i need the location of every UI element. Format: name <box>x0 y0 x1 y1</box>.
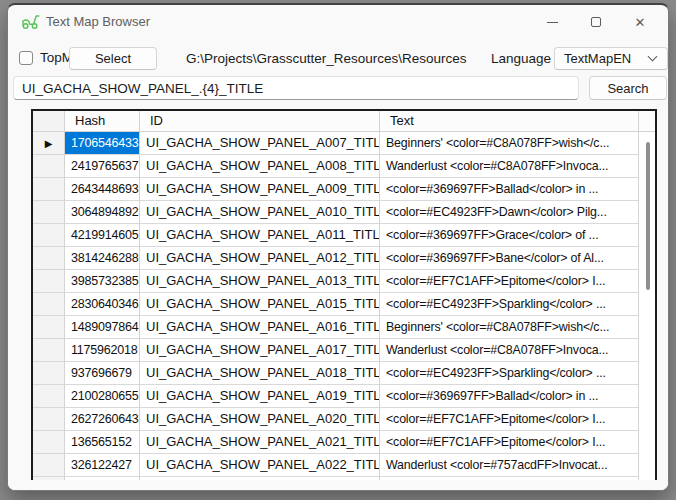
row-selector-cell[interactable] <box>33 362 65 385</box>
text-cell[interactable]: <color=#369697FF>Grace</color> of ... <box>380 224 639 247</box>
id-cell[interactable]: UI_GACHA_SHOW_PANEL_A013_TITLE <box>140 270 380 293</box>
id-cell[interactable]: UI_GACHA_SHOW_PANEL_A021_TITLE <box>140 431 380 454</box>
row-selector-cell[interactable]: ▶ <box>33 132 65 155</box>
row-selector-cell[interactable] <box>33 454 65 477</box>
hash-cell[interactable]: 3985732385 <box>65 270 140 293</box>
window-footer <box>8 480 668 490</box>
app-window: Text Map Browser ✕ TopMost Select G:\Pro… <box>7 3 669 491</box>
table-row[interactable]: 136565152 UI_GACHA_SHOW_PANEL_A021_TITLE… <box>33 431 655 454</box>
column-header-id[interactable]: ID <box>140 111 380 132</box>
table-corner-cell[interactable] <box>33 111 65 132</box>
column-header-hash[interactable]: Hash <box>65 111 140 132</box>
row-selector-cell[interactable] <box>33 408 65 431</box>
id-cell[interactable]: UI_GACHA_SHOW_PANEL_A019_TITLE <box>140 385 380 408</box>
text-cell[interactable]: <color=#EC4923FF>Sparkling</color> ... <box>380 362 639 385</box>
row-selector-cell[interactable] <box>33 385 65 408</box>
table-header-row: Hash ID Text <box>33 111 655 132</box>
hash-cell[interactable]: 2627260643 <box>65 408 140 431</box>
row-selector-cell[interactable] <box>33 178 65 201</box>
text-cell[interactable]: Wanderlust <color=#C8A078FF>Invoca... <box>380 339 639 362</box>
search-row: Search <box>8 76 668 102</box>
select-button[interactable]: Select <box>69 47 157 70</box>
table-row[interactable]: 1489097864 UI_GACHA_SHOW_PANEL_A016_TITL… <box>33 316 655 339</box>
text-cell[interactable]: <color=#EC4923FF>Sparkling</color> ... <box>380 293 639 316</box>
id-cell[interactable]: UI_GACHA_SHOW_PANEL_A015_TITLE <box>140 293 380 316</box>
hash-cell[interactable]: 2419765637 <box>65 155 140 178</box>
table-row[interactable]: 1175962018 UI_GACHA_SHOW_PANEL_A017_TITL… <box>33 339 655 362</box>
table-row[interactable]: 2419765637 UI_GACHA_SHOW_PANEL_A008_TITL… <box>33 155 655 178</box>
close-button[interactable]: ✕ <box>618 5 662 39</box>
table-row[interactable]: 937696679 UI_GACHA_SHOW_PANEL_A018_TITLE… <box>33 362 655 385</box>
hash-cell[interactable]: 326122427 <box>65 454 140 477</box>
text-cell[interactable]: <color=#369697FF>Ballad</color> in ... <box>380 178 639 201</box>
hash-cell[interactable]: 4219914605 <box>65 224 140 247</box>
hash-cell[interactable]: 1489097864 <box>65 316 140 339</box>
maximize-button[interactable] <box>574 5 618 39</box>
hash-cell[interactable]: 2643448693 <box>65 178 140 201</box>
row-selector-cell[interactable] <box>33 155 65 178</box>
text-cell[interactable]: Beginners' <color=#C8A078FF>wish</c... <box>380 132 639 155</box>
language-label: Language <box>491 51 551 66</box>
table-row[interactable]: 3985732385 UI_GACHA_SHOW_PANEL_A013_TITL… <box>33 270 655 293</box>
id-cell[interactable]: UI_GACHA_SHOW_PANEL_A008_TITLE <box>140 155 380 178</box>
id-cell[interactable]: UI_GACHA_SHOW_PANEL_A011_TITLE <box>140 224 380 247</box>
table-row[interactable]: 4219914605 UI_GACHA_SHOW_PANEL_A011_TITL… <box>33 224 655 247</box>
language-select[interactable]: TextMapEN <box>554 47 668 70</box>
table-row[interactable]: 2100280655 UI_GACHA_SHOW_PANEL_A019_TITL… <box>33 385 655 408</box>
row-selector-cell[interactable] <box>33 316 65 339</box>
hash-cell[interactable]: 1706546433 <box>65 132 140 155</box>
id-cell[interactable]: UI_GACHA_SHOW_PANEL_A007_TITLE <box>140 132 380 155</box>
id-cell[interactable]: UI_GACHA_SHOW_PANEL_A017_TITLE <box>140 339 380 362</box>
header-filler <box>639 111 655 132</box>
id-cell[interactable]: UI_GACHA_SHOW_PANEL_A020_TITLE <box>140 408 380 431</box>
hash-cell[interactable]: 937696679 <box>65 362 140 385</box>
table-row[interactable]: 3814246288 UI_GACHA_SHOW_PANEL_A012_TITL… <box>33 247 655 270</box>
search-button[interactable]: Search <box>589 76 667 100</box>
id-cell[interactable]: UI_GACHA_SHOW_PANEL_A009_TITLE <box>140 178 380 201</box>
hash-cell[interactable]: 3064894892 <box>65 201 140 224</box>
row-selector-cell[interactable] <box>33 270 65 293</box>
id-cell[interactable]: UI_GACHA_SHOW_PANEL_A018_TITLE <box>140 362 380 385</box>
column-header-text[interactable]: Text <box>380 111 639 132</box>
text-cell[interactable]: <color=#EC4923FF>Dawn</color> Pilg... <box>380 201 639 224</box>
text-cell[interactable]: Wanderlust <color=#757acdFF>Invocat... <box>380 454 639 477</box>
text-cell[interactable]: <color=#369697FF>Bane</color> of Al... <box>380 247 639 270</box>
search-input[interactable] <box>13 76 579 100</box>
row-selector-cell[interactable] <box>33 201 65 224</box>
hash-cell[interactable]: 2830640346 <box>65 293 140 316</box>
table-row[interactable]: 326122427 UI_GACHA_SHOW_PANEL_A022_TITLE… <box>33 454 655 477</box>
table-row[interactable]: 2627260643 UI_GACHA_SHOW_PANEL_A020_TITL… <box>33 408 655 431</box>
table-row[interactable]: ▶ 1706546433 UI_GACHA_SHOW_PANEL_A007_TI… <box>33 132 655 155</box>
text-cell[interactable]: <color=#369697FF>Ballad</color> in ... <box>380 385 639 408</box>
hash-cell[interactable]: 1175962018 <box>65 339 140 362</box>
table-row[interactable]: 3064894892 UI_GACHA_SHOW_PANEL_A010_TITL… <box>33 201 655 224</box>
resources-path: G:\Projects\Grasscutter_Resources\Resour… <box>186 51 467 66</box>
topmost-checkbox[interactable] <box>19 51 33 65</box>
title-bar: Text Map Browser ✕ <box>8 5 668 39</box>
window-title: Text Map Browser <box>46 14 150 29</box>
id-cell[interactable]: UI_GACHA_SHOW_PANEL_A010_TITLE <box>140 201 380 224</box>
hash-cell[interactable]: 2100280655 <box>65 385 140 408</box>
row-selector-cell[interactable] <box>33 293 65 316</box>
row-selector-cell[interactable] <box>33 339 65 362</box>
hash-cell[interactable]: 3814246288 <box>65 247 140 270</box>
table-row[interactable]: 2643448693 UI_GACHA_SHOW_PANEL_A009_TITL… <box>33 178 655 201</box>
vertical-scrollbar[interactable] <box>639 132 655 481</box>
scrollbar-thumb[interactable] <box>646 142 650 290</box>
id-cell[interactable]: UI_GACHA_SHOW_PANEL_A016_TITLE <box>140 316 380 339</box>
id-cell[interactable]: UI_GACHA_SHOW_PANEL_A012_TITLE <box>140 247 380 270</box>
id-cell[interactable]: UI_GACHA_SHOW_PANEL_A022_TITLE <box>140 454 380 477</box>
text-cell[interactable]: <color=#EF7C1AFF>Epitome</color> I... <box>380 270 639 293</box>
current-row-pointer-icon: ▶ <box>45 138 53 149</box>
hash-cell[interactable]: 136565152 <box>65 431 140 454</box>
text-cell[interactable]: <color=#EF7C1AFF>Epitome</color> I... <box>380 431 639 454</box>
text-cell[interactable]: Beginners' <color=#C8A078FF>wish</c... <box>380 316 639 339</box>
row-selector-cell[interactable] <box>33 431 65 454</box>
text-cell[interactable]: <color=#EF7C1AFF>Epitome</color> I... <box>380 408 639 431</box>
row-selector-cell[interactable] <box>33 224 65 247</box>
text-cell[interactable]: Wanderlust <color=#C8A078FF>Invoca... <box>380 155 639 178</box>
row-selector-cell[interactable] <box>33 247 65 270</box>
table-row[interactable]: 2830640346 UI_GACHA_SHOW_PANEL_A015_TITL… <box>33 293 655 316</box>
chevron-down-icon <box>648 52 658 62</box>
minimize-button[interactable] <box>530 5 574 39</box>
